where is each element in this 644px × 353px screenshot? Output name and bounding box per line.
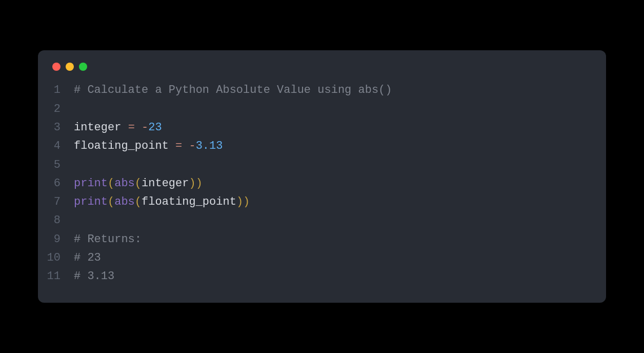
line-number: 5 <box>38 156 74 174</box>
code-line[interactable]: 9# Returns: <box>38 230 606 249</box>
minimize-icon[interactable] <box>66 63 74 71</box>
line-content[interactable]: floating_point = -3.13 <box>74 137 223 155</box>
line-number: 1 <box>38 81 74 100</box>
code-token: = <box>128 121 135 134</box>
code-token: # 3.13 <box>74 270 114 283</box>
code-line[interactable]: 10# 23 <box>38 249 606 267</box>
code-token: ( <box>108 177 114 190</box>
code-token: # 23 <box>74 251 101 264</box>
code-token: ( <box>108 195 114 208</box>
line-content[interactable]: print(abs(floating_point)) <box>74 193 250 211</box>
code-token: # Returns: <box>74 233 142 246</box>
line-number: 2 <box>38 100 74 119</box>
code-token: abs <box>114 195 135 208</box>
line-number: 10 <box>38 249 74 267</box>
code-line[interactable]: 11# 3.13 <box>38 267 606 286</box>
line-content[interactable] <box>74 211 80 230</box>
code-token: = <box>175 140 182 152</box>
code-token: print <box>74 177 108 190</box>
code-line[interactable]: 1# Calculate a Python Absolute Value usi… <box>38 81 606 100</box>
code-area[interactable]: 1# Calculate a Python Absolute Value usi… <box>38 81 606 286</box>
line-content[interactable]: integer = -23 <box>74 119 162 137</box>
code-line[interactable]: 5 <box>38 156 606 174</box>
code-token: # Calculate a Python Absolute Value usin… <box>74 84 392 96</box>
line-content[interactable]: # 23 <box>74 249 101 267</box>
line-number: 3 <box>38 119 74 137</box>
line-number: 7 <box>38 193 74 211</box>
code-token: integer <box>142 177 189 190</box>
code-token: 23 <box>148 121 162 134</box>
line-number: 4 <box>38 137 74 155</box>
line-content[interactable] <box>74 156 80 174</box>
code-token: ( <box>135 195 142 208</box>
code-token: ( <box>135 177 142 190</box>
code-line[interactable]: 2 <box>38 100 606 119</box>
window-controls <box>38 63 606 81</box>
code-token: floating_point <box>142 195 236 208</box>
line-number: 6 <box>38 174 74 193</box>
code-token: - <box>142 121 148 134</box>
code-token: )) <box>236 195 250 208</box>
line-content[interactable] <box>74 100 80 119</box>
code-token: 3.13 <box>196 140 223 152</box>
code-line[interactable]: 8 <box>38 211 606 230</box>
line-content[interactable]: # 3.13 <box>74 267 114 286</box>
code-token <box>135 121 142 134</box>
line-content[interactable]: # Returns: <box>74 230 142 249</box>
code-token: - <box>189 140 195 152</box>
line-content[interactable]: # Calculate a Python Absolute Value usin… <box>74 81 392 100</box>
code-line[interactable]: 4floating_point = -3.13 <box>38 137 606 155</box>
code-token: abs <box>114 177 135 190</box>
code-token: integer <box>74 121 128 134</box>
close-icon[interactable] <box>52 63 61 71</box>
code-line[interactable]: 3integer = -23 <box>38 119 606 137</box>
line-content[interactable]: print(abs(integer)) <box>74 174 203 193</box>
code-token: floating_point <box>74 140 175 152</box>
code-editor-window: 1# Calculate a Python Absolute Value usi… <box>38 50 606 302</box>
code-token: print <box>74 195 108 208</box>
code-token: )) <box>189 177 202 190</box>
line-number: 9 <box>38 230 74 249</box>
code-line[interactable]: 7print(abs(floating_point)) <box>38 193 606 211</box>
maximize-icon[interactable] <box>79 63 87 71</box>
code-token <box>182 140 189 152</box>
code-line[interactable]: 6print(abs(integer)) <box>38 174 606 193</box>
line-number: 11 <box>38 267 74 286</box>
line-number: 8 <box>38 211 74 230</box>
